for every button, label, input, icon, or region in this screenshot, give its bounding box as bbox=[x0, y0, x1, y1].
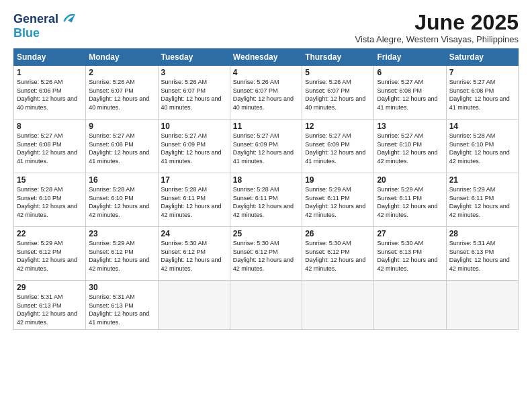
table-row: 11 Sunrise: 5:27 AMSunset: 6:09 PMDaylig… bbox=[230, 120, 302, 173]
day-info: Sunrise: 5:26 AMSunset: 6:06 PMDaylight:… bbox=[17, 79, 77, 111]
day-info: Sunrise: 5:30 AMSunset: 6:13 PMDaylight:… bbox=[377, 240, 437, 272]
table-row: 6 Sunrise: 5:27 AMSunset: 6:08 PMDayligh… bbox=[374, 66, 446, 120]
day-info: Sunrise: 5:26 AMSunset: 6:07 PMDaylight:… bbox=[161, 79, 222, 111]
day-number: 22 bbox=[17, 229, 83, 238]
day-number: 30 bbox=[89, 283, 154, 292]
table-row: 4 Sunrise: 5:26 AMSunset: 6:07 PMDayligh… bbox=[230, 66, 302, 120]
col-wednesday: Wednesday bbox=[230, 49, 302, 66]
day-number: 13 bbox=[377, 122, 443, 131]
title-block: June 2025 Vista Alegre, Western Visayas,… bbox=[355, 11, 519, 44]
day-number: 2 bbox=[89, 68, 154, 77]
page: General Blue June 2025 Vista Alegre, Wes… bbox=[0, 0, 532, 411]
day-info: Sunrise: 5:27 AMSunset: 6:09 PMDaylight:… bbox=[161, 132, 222, 165]
day-number: 9 bbox=[89, 122, 154, 131]
table-row: 21 Sunrise: 5:29 AMSunset: 6:11 PMDaylig… bbox=[446, 173, 518, 227]
day-info: Sunrise: 5:28 AMSunset: 6:10 PMDaylight:… bbox=[449, 132, 510, 165]
table-row: 19 Sunrise: 5:29 AMSunset: 6:11 PMDaylig… bbox=[302, 173, 374, 227]
col-friday: Friday bbox=[374, 49, 446, 66]
day-info: Sunrise: 5:28 AMSunset: 6:10 PMDaylight:… bbox=[17, 186, 77, 218]
day-number: 6 bbox=[377, 68, 443, 77]
col-saturday: Saturday bbox=[446, 49, 518, 66]
day-number: 11 bbox=[233, 122, 299, 131]
table-row: 29 Sunrise: 5:31 AMSunset: 6:13 PMDaylig… bbox=[14, 281, 86, 329]
day-info: Sunrise: 5:30 AMSunset: 6:12 PMDaylight:… bbox=[161, 240, 222, 272]
location-subtitle: Vista Alegre, Western Visayas, Philippin… bbox=[355, 34, 519, 44]
table-row: 12 Sunrise: 5:27 AMSunset: 6:09 PMDaylig… bbox=[302, 120, 374, 173]
day-number: 25 bbox=[233, 229, 299, 238]
day-number: 16 bbox=[89, 175, 154, 185]
table-row: 10 Sunrise: 5:27 AMSunset: 6:09 PMDaylig… bbox=[158, 120, 230, 173]
col-monday: Monday bbox=[86, 49, 158, 66]
logo-text-line1: General bbox=[13, 13, 58, 25]
day-info: Sunrise: 5:27 AMSunset: 6:08 PMDaylight:… bbox=[449, 79, 510, 111]
header: General Blue June 2025 Vista Alegre, Wes… bbox=[13, 11, 519, 44]
day-number: 21 bbox=[449, 175, 515, 185]
calendar-table: Sunday Monday Tuesday Wednesday Thursday… bbox=[13, 48, 519, 329]
logo: General Blue bbox=[13, 11, 76, 39]
day-number: 18 bbox=[233, 175, 299, 185]
day-info: Sunrise: 5:28 AMSunset: 6:11 PMDaylight:… bbox=[161, 186, 222, 218]
table-row: 22 Sunrise: 5:29 AMSunset: 6:12 PMDaylig… bbox=[14, 227, 86, 281]
col-tuesday: Tuesday bbox=[158, 49, 230, 66]
day-info: Sunrise: 5:27 AMSunset: 6:10 PMDaylight:… bbox=[377, 132, 437, 165]
table-row: 26 Sunrise: 5:30 AMSunset: 6:12 PMDaylig… bbox=[302, 227, 374, 281]
day-info: Sunrise: 5:31 AMSunset: 6:13 PMDaylight:… bbox=[17, 293, 77, 326]
table-row: 15 Sunrise: 5:28 AMSunset: 6:10 PMDaylig… bbox=[14, 173, 86, 227]
day-number: 28 bbox=[449, 229, 515, 238]
table-row: 1Sunrise: 5:26 AMSunset: 6:06 PMDaylight… bbox=[14, 66, 86, 120]
table-row bbox=[446, 281, 518, 329]
day-number: 10 bbox=[161, 122, 227, 131]
col-thursday: Thursday bbox=[302, 49, 374, 66]
day-info: Sunrise: 5:29 AMSunset: 6:11 PMDaylight:… bbox=[449, 186, 510, 218]
table-row: 18 Sunrise: 5:28 AMSunset: 6:11 PMDaylig… bbox=[230, 173, 302, 227]
table-row: 16 Sunrise: 5:28 AMSunset: 6:10 PMDaylig… bbox=[86, 173, 158, 227]
day-number: 26 bbox=[305, 229, 371, 238]
table-row: 17 Sunrise: 5:28 AMSunset: 6:11 PMDaylig… bbox=[158, 173, 230, 227]
table-row: 28 Sunrise: 5:31 AMSunset: 6:13 PMDaylig… bbox=[446, 227, 518, 281]
table-row: 25 Sunrise: 5:30 AMSunset: 6:12 PMDaylig… bbox=[230, 227, 302, 281]
day-info: Sunrise: 5:30 AMSunset: 6:12 PMDaylight:… bbox=[305, 240, 365, 272]
day-number: 1 bbox=[17, 68, 83, 77]
day-info: Sunrise: 5:27 AMSunset: 6:08 PMDaylight:… bbox=[89, 132, 149, 165]
day-info: Sunrise: 5:28 AMSunset: 6:11 PMDaylight:… bbox=[233, 186, 294, 218]
day-info: Sunrise: 5:27 AMSunset: 6:09 PMDaylight:… bbox=[305, 132, 365, 165]
day-info: Sunrise: 5:29 AMSunset: 6:12 PMDaylight:… bbox=[89, 240, 149, 272]
table-row: 23 Sunrise: 5:29 AMSunset: 6:12 PMDaylig… bbox=[86, 227, 158, 281]
day-info: Sunrise: 5:29 AMSunset: 6:12 PMDaylight:… bbox=[17, 240, 77, 272]
table-row: 24 Sunrise: 5:30 AMSunset: 6:12 PMDaylig… bbox=[158, 227, 230, 281]
day-number: 24 bbox=[161, 229, 227, 238]
day-info: Sunrise: 5:26 AMSunset: 6:07 PMDaylight:… bbox=[233, 79, 294, 111]
day-info: Sunrise: 5:27 AMSunset: 6:08 PMDaylight:… bbox=[17, 132, 77, 165]
day-number: 27 bbox=[377, 229, 443, 238]
day-info: Sunrise: 5:27 AMSunset: 6:09 PMDaylight:… bbox=[233, 132, 294, 165]
table-row: 30 Sunrise: 5:31 AMSunset: 6:13 PMDaylig… bbox=[86, 281, 158, 329]
logo-text-line2: Blue bbox=[13, 27, 40, 39]
day-info: Sunrise: 5:26 AMSunset: 6:07 PMDaylight:… bbox=[89, 79, 149, 111]
table-row: 20 Sunrise: 5:29 AMSunset: 6:11 PMDaylig… bbox=[374, 173, 446, 227]
table-row: 13 Sunrise: 5:27 AMSunset: 6:10 PMDaylig… bbox=[374, 120, 446, 173]
table-row: 7 Sunrise: 5:27 AMSunset: 6:08 PMDayligh… bbox=[446, 66, 518, 120]
table-row: 3 Sunrise: 5:26 AMSunset: 6:07 PMDayligh… bbox=[158, 66, 230, 120]
day-info: Sunrise: 5:29 AMSunset: 6:11 PMDaylight:… bbox=[305, 186, 365, 218]
table-row: 2 Sunrise: 5:26 AMSunset: 6:07 PMDayligh… bbox=[86, 66, 158, 120]
month-title: June 2025 bbox=[355, 11, 519, 34]
day-info: Sunrise: 5:29 AMSunset: 6:11 PMDaylight:… bbox=[377, 186, 437, 218]
day-number: 7 bbox=[449, 68, 515, 77]
table-row: 8 Sunrise: 5:27 AMSunset: 6:08 PMDayligh… bbox=[14, 120, 86, 173]
day-number: 5 bbox=[305, 68, 371, 77]
table-row bbox=[302, 281, 374, 329]
day-number: 20 bbox=[377, 175, 443, 185]
day-info: Sunrise: 5:26 AMSunset: 6:07 PMDaylight:… bbox=[305, 79, 365, 111]
day-number: 29 bbox=[17, 283, 83, 292]
table-row: 9 Sunrise: 5:27 AMSunset: 6:08 PMDayligh… bbox=[86, 120, 158, 173]
day-number: 3 bbox=[161, 68, 227, 77]
table-row bbox=[374, 281, 446, 329]
day-info: Sunrise: 5:31 AMSunset: 6:13 PMDaylight:… bbox=[89, 293, 149, 326]
day-number: 19 bbox=[305, 175, 371, 185]
logo-icon bbox=[60, 11, 76, 27]
day-number: 17 bbox=[161, 175, 227, 185]
day-number: 8 bbox=[17, 122, 83, 131]
table-row bbox=[230, 281, 302, 329]
day-number: 15 bbox=[17, 175, 83, 185]
table-row bbox=[158, 281, 230, 329]
